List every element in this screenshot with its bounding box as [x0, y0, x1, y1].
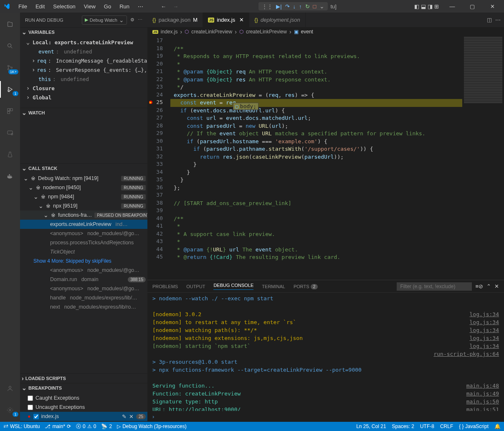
- menu-view[interactable]: View: [81, 2, 99, 11]
- stack-frame[interactable]: Domain.run domain 388:15: [20, 275, 147, 284]
- stack-frame[interactable]: process.processTicksAndRejections: [20, 238, 147, 247]
- status-remote[interactable]: ⮂ WSL: Ubuntu: [3, 423, 40, 429]
- stack-frame[interactable]: <anonymous> node_modules/@go…: [20, 284, 147, 293]
- tab-deployment-json[interactable]: {} deployment.json: [249, 13, 305, 27]
- bp-uncaught[interactable]: Uncaught Exceptions: [20, 403, 147, 412]
- skip-files-link[interactable]: Show 4 More: Skipped by skipFiles: [20, 256, 147, 266]
- section-watch[interactable]: WATCH: [20, 108, 147, 117]
- breadcrumb[interactable]: JS index.js ⬡ createLinkPreview ⬡ create…: [147, 27, 504, 36]
- checkbox[interactable]: [28, 396, 33, 401]
- activity-remote-icon[interactable]: [0, 124, 20, 141]
- activity-explorer-icon[interactable]: [0, 16, 20, 33]
- debug-step-out-icon[interactable]: ↑: [299, 3, 302, 10]
- status-ports[interactable]: 📡2: [101, 423, 112, 429]
- chevron-up-icon[interactable]: ⌃: [486, 283, 491, 289]
- layout-left-icon[interactable]: ◧: [414, 3, 419, 10]
- debug-stop-icon[interactable]: □: [313, 3, 317, 10]
- debug-config-selector[interactable]: ▶ Debug Watch: [82, 15, 127, 25]
- section-breakpoints[interactable]: BREAKPOINTS: [20, 383, 147, 393]
- gear-icon[interactable]: ⚙: [130, 17, 134, 23]
- activity-docker-icon[interactable]: [0, 168, 20, 185]
- var-this[interactable]: this: undefined: [20, 74, 147, 84]
- activity-search-icon[interactable]: [0, 38, 20, 54]
- section-variables[interactable]: VARIABLES: [20, 28, 147, 37]
- scope-global[interactable]: Global: [20, 93, 147, 102]
- debug-restart-icon[interactable]: ↻: [305, 3, 310, 10]
- stack-frame[interactable]: TickObject: [20, 247, 147, 256]
- menu-edit[interactable]: Edit: [32, 2, 48, 11]
- inline-suggest[interactable]: ▢ body;: [233, 103, 258, 110]
- section-loaded-scripts[interactable]: LOADED SCRIPTS: [20, 374, 147, 383]
- panel-tab-ports[interactable]: PORTS 2: [294, 284, 318, 289]
- status-language[interactable]: { } JavaScript: [459, 423, 489, 429]
- status-branch[interactable]: ⎇ main* ⟳: [45, 423, 71, 429]
- edit-icon[interactable]: ✎: [122, 413, 127, 420]
- panel-tab-terminal[interactable]: TERMINAL: [262, 284, 285, 289]
- var-event[interactable]: event: undefined: [20, 47, 147, 56]
- status-eol[interactable]: CRLF: [440, 423, 453, 429]
- activity-extensions-icon[interactable]: [0, 103, 20, 119]
- panel-tab-output[interactable]: OUTPUT: [186, 284, 205, 289]
- panel-tab-debug-console[interactable]: DEBUG CONSOLE: [213, 283, 253, 290]
- thread-row[interactable]: ※ functions-fra… PAUSED ON BREAKPOINT: [20, 210, 147, 220]
- menu-go[interactable]: Go: [101, 2, 114, 11]
- menu-run[interactable]: Run: [116, 2, 133, 11]
- chevron-down-icon[interactable]: [119, 17, 124, 23]
- thread-row[interactable]: ※ Debug Watch: npm [9419] RUNNING: [20, 174, 147, 183]
- activity-debug-icon[interactable]: 1: [0, 81, 20, 98]
- debug-step-into-icon[interactable]: ↓: [293, 3, 296, 10]
- thread-row[interactable]: ※ nodemon [9450] RUNNING: [20, 183, 147, 192]
- nav-fwd-icon[interactable]: →: [170, 3, 181, 10]
- close-icon[interactable]: ✕: [494, 283, 499, 289]
- status-notifications-icon[interactable]: 🔔: [494, 423, 501, 429]
- debug-step-over-icon[interactable]: ↷: [285, 3, 290, 10]
- panel-tab-problems[interactable]: PROBLEMS: [152, 284, 178, 289]
- debug-console-input[interactable]: ›: [147, 411, 504, 422]
- play-icon[interactable]: ▶: [85, 17, 88, 23]
- more-icon[interactable]: ⋯: [495, 17, 501, 23]
- filter-input[interactable]: [397, 282, 472, 291]
- activity-testing-icon[interactable]: [0, 146, 20, 163]
- section-callstack[interactable]: CALL STACK: [20, 164, 147, 173]
- minimap[interactable]: [462, 36, 504, 280]
- clear-icon[interactable]: ≡⊘: [475, 283, 483, 289]
- tab-package-json[interactable]: {} package.json M: [147, 13, 203, 27]
- status-ln-col[interactable]: Ln 25, Col 21: [356, 423, 386, 429]
- activity-account-icon[interactable]: [0, 380, 20, 397]
- scope-closure[interactable]: Closure: [20, 84, 147, 93]
- debug-dropdown-icon[interactable]: [319, 3, 324, 10]
- split-editor-icon[interactable]: ◫: [487, 17, 492, 23]
- activity-scm-icon[interactable]: 1K+: [0, 59, 20, 76]
- bp-caught[interactable]: Caught Exceptions: [20, 393, 147, 403]
- layout-right-icon[interactable]: ◨: [428, 3, 433, 10]
- code-editor[interactable]: 1718192021222324 25 26272829303132333435…: [147, 36, 504, 280]
- scope-local[interactable]: Local: exports.createLinkPreview: [20, 38, 147, 47]
- activity-settings-icon[interactable]: 1: [0, 402, 20, 418]
- debug-console-output[interactable]: > nodemon --watch ./ --exec npm start [n…: [147, 293, 504, 411]
- thread-row[interactable]: ※ npx [9519] RUNNING: [20, 201, 147, 210]
- stack-frame[interactable]: <anonymous> node_modules/@go…: [20, 229, 147, 238]
- layout-custom-icon[interactable]: ⊞: [434, 3, 439, 10]
- status-spaces[interactable]: Spaces: 2: [392, 423, 414, 429]
- nav-back-icon[interactable]: ←: [158, 3, 169, 10]
- checkbox[interactable]: [33, 414, 39, 419]
- checkbox[interactable]: [28, 405, 33, 410]
- bp-file[interactable]: ● index.js ✎ ✕ 25: [20, 412, 147, 421]
- gutter[interactable]: 1718192021222324 25 26272829303132333435…: [147, 36, 170, 280]
- debug-drag-icon[interactable]: ⋮⋮: [262, 3, 273, 10]
- close-icon[interactable]: ✕: [129, 413, 134, 420]
- layout-bottom-icon[interactable]: ⬓: [421, 3, 426, 10]
- status-problems[interactable]: ⓧ0 ⚠0: [76, 423, 96, 430]
- stack-frame[interactable]: handle node_modules/express/lib/…: [20, 293, 147, 302]
- menu-more-icon[interactable]: ⋯: [134, 2, 147, 11]
- var-req[interactable]: req: IncomingMessage {_readableState:…: [20, 56, 147, 65]
- tab-index-js[interactable]: JS index.js ✕: [203, 13, 249, 27]
- window-maximize-icon[interactable]: ▢: [464, 2, 481, 11]
- status-encoding[interactable]: UTF-8: [420, 423, 434, 429]
- stack-frame[interactable]: <anonymous> node_modules/@go…: [20, 266, 147, 275]
- window-minimize-icon[interactable]: —: [444, 2, 461, 11]
- stack-frame[interactable]: exports.createLinkPreview ind…: [20, 220, 147, 229]
- sync-icon[interactable]: ⟳: [67, 423, 71, 429]
- thread-row[interactable]: ※ npm [9484] RUNNING: [20, 192, 147, 201]
- window-close-icon[interactable]: ✕: [484, 2, 501, 11]
